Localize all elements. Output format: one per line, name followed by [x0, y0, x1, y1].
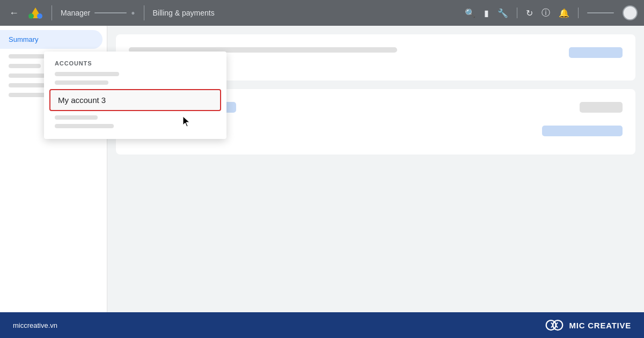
- sidebar-line-4: [9, 83, 46, 87]
- dropdown-bottom-line-1: [55, 115, 98, 120]
- accounts-dropdown[interactable]: ACCOUNTS My account 3: [44, 52, 226, 139]
- search-icon[interactable]: 🔍: [465, 8, 475, 18]
- refresh-icon[interactable]: ↻: [526, 8, 533, 18]
- topbar-icon-divider-2: [578, 8, 579, 18]
- main-layout: Summary ACCOUNTS My account 3: [0, 26, 644, 312]
- footer: miccreative.vn MIC CREATIVE: [0, 312, 644, 338]
- dropdown-bottom-line-2: [55, 124, 114, 128]
- help-icon[interactable]: ⓘ: [541, 8, 550, 19]
- sidebar-item-summary[interactable]: Summary: [0, 30, 103, 49]
- topbar-dot: ●: [131, 9, 135, 17]
- svg-point-1: [37, 13, 42, 19]
- topbar-icons: 🔍 ▮ 🔧 ↻ ⓘ 🔔: [465, 5, 638, 20]
- billing-label: Billing & payments: [153, 9, 215, 17]
- topbar: ← Manager ● Billing & payments 🔍 ▮ 🔧 ↻ ⓘ…: [0, 0, 644, 26]
- topbar-icon-divider: [517, 8, 517, 18]
- topbar-divider-2: [144, 5, 144, 20]
- footer-brand: MIC CREATIVE: [545, 319, 631, 332]
- tools-icon[interactable]: 🔧: [497, 8, 508, 18]
- bell-icon[interactable]: 🔔: [559, 8, 569, 18]
- sidebar-line-2: [9, 64, 41, 68]
- footer-brand-text: MIC CREATIVE: [569, 321, 631, 330]
- mic-creative-logo-icon: [545, 319, 564, 332]
- my-account-3-item[interactable]: My account 3: [49, 89, 221, 111]
- card-2-right: [580, 102, 623, 118]
- dropdown-placeholder-1: [55, 72, 119, 76]
- dropdown-placeholder-2: [55, 80, 108, 85]
- back-button[interactable]: ←: [6, 8, 21, 19]
- card-2-gray-badge: [580, 102, 623, 113]
- manager-section: Manager ●: [61, 9, 135, 17]
- svg-point-2: [28, 13, 34, 19]
- svg-point-4: [553, 320, 562, 330]
- google-ads-logo: [28, 5, 43, 20]
- manager-label: Manager: [61, 9, 90, 17]
- card-1-blue-badge: [569, 47, 623, 58]
- topbar-divider-1: [52, 5, 52, 20]
- user-avatar[interactable]: [623, 5, 638, 20]
- accounts-section-label: ACCOUNTS: [44, 60, 226, 67]
- manager-line: [94, 12, 127, 13]
- footer-url: miccreative.vn: [13, 321, 57, 329]
- user-line: [587, 12, 614, 13]
- card-2-blue-badge-bottom: [542, 126, 623, 136]
- card-1-right: [569, 47, 623, 63]
- chart-icon[interactable]: ▮: [484, 8, 489, 18]
